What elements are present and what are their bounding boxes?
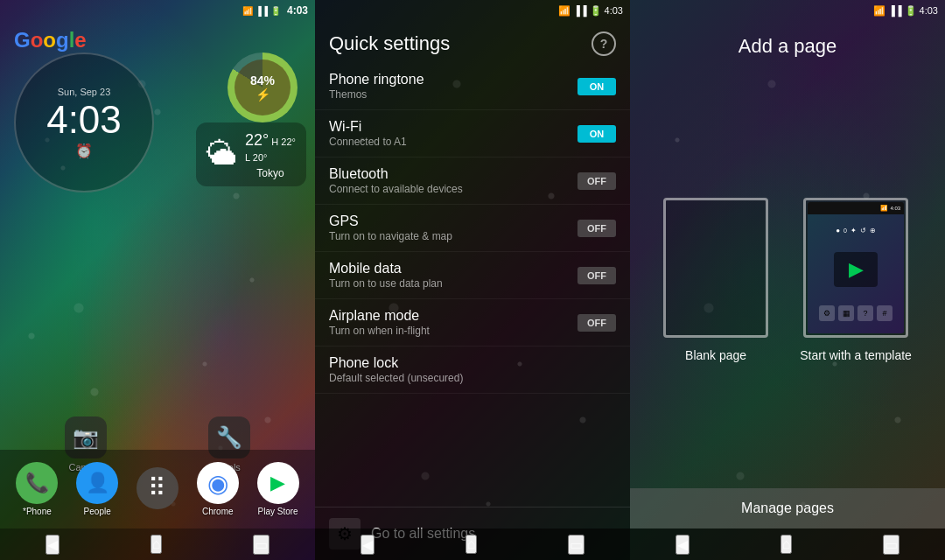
dock-phone[interactable]: 📞 *Phone <box>16 462 58 516</box>
qs-wifi-desc: Connected to A1 <box>329 136 578 148</box>
weather-city: Tokyo <box>245 167 296 179</box>
ap-content: 📶 ▐▐ 🔋 4:03 Add a page Blank page <box>630 0 945 560</box>
qs-gps-toggle[interactable]: OFF <box>578 220 616 237</box>
qs-mobiledata-desc: Turn on to use data plan <box>329 277 578 290</box>
home-button-qs[interactable]: ⌂ <box>466 535 478 554</box>
qs-bluetooth-toggle[interactable]: OFF <box>578 172 616 190</box>
qs-gps-desc: Turn on to navigate & map <box>329 230 578 242</box>
ap-header: Add a page <box>630 21 945 72</box>
qs-title: Quick settings <box>329 32 450 55</box>
nav-bar-panel2: ◀ ⌂ ▭ <box>315 528 630 560</box>
home-button[interactable]: ⌂ <box>150 535 163 554</box>
qs-header: Quick settings ? <box>315 21 630 63</box>
dock-playstore[interactable]: ▶ Play Store <box>257 462 299 516</box>
clock-time: 4:03 <box>46 101 122 139</box>
blank-page-option[interactable]: Blank page <box>663 198 768 362</box>
home-screen-panel: 📶 ▐▐ 🔋 4:03 Google Sun, Sep 23 4:03 ⏰ 84… <box>0 0 315 560</box>
qs-bluetooth-item[interactable]: Bluetooth Connect to available devices O… <box>315 158 630 205</box>
weather-low: L 20° <box>245 152 267 163</box>
template-option[interactable]: 📶4:03 ● 0 ✦ ↺ ⊕ ▶ <box>800 198 912 362</box>
ap-options: Blank page 📶4:03 ● 0 ✦ ↺ <box>630 72 945 488</box>
qs-battery-icon: 🔋 <box>590 5 602 17</box>
mini-icon-2: ▦ <box>838 305 854 321</box>
qs-phonelock-desc: Default selected (unsecured) <box>329 372 616 384</box>
qs-mobiledata-toggle[interactable]: OFF <box>578 267 616 284</box>
signal-icon: ▐▐ <box>256 6 268 16</box>
manage-pages-label: Manage pages <box>741 500 834 515</box>
qs-wifi-item[interactable]: Wi-Fi Connected to A1 ON <box>315 110 630 158</box>
qs-wifi-icon: 📶 <box>558 5 570 17</box>
qs-time: 4:03 <box>605 5 623 16</box>
qs-mobiledata-item[interactable]: Mobile data Turn on to use data plan OFF <box>315 252 630 299</box>
qs-bluetooth-desc: Connect to available devices <box>329 183 578 195</box>
playstore-dock-label: Play Store <box>258 507 298 516</box>
blank-page-label: Blank page <box>685 348 746 362</box>
dock-people[interactable]: 👤 People <box>76 462 118 516</box>
qs-airplane-item[interactable]: Airplane mode Turn on when in-flight OFF <box>315 299 630 346</box>
launcher-icon: ⠿ <box>136 467 178 509</box>
phone-dock-label: *Phone <box>23 507 52 516</box>
mini-app-row: ⚙ ▦ ? # <box>819 305 892 321</box>
nav-bar-panel3: ◀ ⌂ ▭ <box>630 528 945 560</box>
battery-icon: 🔋 <box>270 6 281 16</box>
mini-body: ● 0 ✦ ↺ ⊕ ▶ ⚙ ▦ <box>808 214 904 333</box>
manage-pages-bar[interactable]: Manage pages <box>630 488 945 528</box>
ap-wifi-icon: 📶 <box>873 5 886 17</box>
mini-phone-preview: 📶4:03 ● 0 ✦ ↺ ⊕ ▶ <box>808 202 904 333</box>
home-button-ap[interactable]: ⌂ <box>780 535 793 554</box>
blank-page-box <box>663 198 768 338</box>
ap-time: 4:03 <box>920 5 938 16</box>
phone-dock-icon: 📞 <box>16 462 58 504</box>
weather-cloud-icon: 🌥 <box>206 136 238 172</box>
recents-button-qs[interactable]: ▭ <box>568 535 584 555</box>
dock-chrome[interactable]: ◉ Chrome <box>197 462 239 516</box>
mini-playstore-widget: ▶ <box>834 252 878 287</box>
qs-signal-icon: ▐▐ <box>573 5 587 16</box>
qs-airplane-name: Airplane mode <box>329 308 578 324</box>
google-logo: Google <box>14 28 87 52</box>
qs-phonelock-name: Phone lock <box>329 355 616 371</box>
recents-button[interactable]: ▭ <box>253 535 270 555</box>
status-bar-panel1: 📶 ▐▐ 🔋 4:03 <box>0 0 315 21</box>
qs-content: 📶 ▐▐ 🔋 4:03 Quick settings ? Phone ringt… <box>315 0 630 560</box>
qs-help-label: ? <box>600 37 608 51</box>
template-box: 📶4:03 ● 0 ✦ ↺ ⊕ ▶ <box>803 198 908 338</box>
weather-widget: 🌥 22° H 22° L 20° Tokyo <box>196 122 306 186</box>
chrome-dock-icon: ◉ <box>197 462 239 504</box>
qs-airplane-desc: Turn on when in-flight <box>329 325 578 337</box>
mini-icon-3: ? <box>858 305 873 321</box>
back-button[interactable]: ◀ <box>46 535 60 555</box>
template-label: Start with a template <box>800 348 912 362</box>
status-bar-panel2: 📶 ▐▐ 🔋 4:03 <box>315 0 630 21</box>
qs-phonelock-item[interactable]: Phone lock Default selected (unsecured) <box>315 346 630 394</box>
people-dock-icon: 👤 <box>76 462 118 504</box>
back-button-qs[interactable]: ◀ <box>360 535 374 555</box>
dock: 📞 *Phone 👤 People ⠿ ◉ Chrome ▶ Play Stor… <box>0 450 315 528</box>
ap-battery-icon: 🔋 <box>905 5 917 17</box>
add-page-panel: 📶 ▐▐ 🔋 4:03 Add a page Blank page <box>630 0 945 560</box>
clock-alarm: ⏰ <box>75 143 93 159</box>
qs-ringtone-desc: Themos <box>329 88 578 101</box>
qs-airplane-toggle[interactable]: OFF <box>578 314 616 332</box>
chrome-dock-label: Chrome <box>202 507 234 516</box>
clock-widget: Sun, Sep 23 4:03 ⏰ <box>14 52 154 192</box>
playstore-dock-icon: ▶ <box>257 462 299 504</box>
wifi-icon: 📶 <box>242 6 253 16</box>
status-time: 4:03 <box>287 4 308 17</box>
weather-high: H 22° <box>271 136 296 147</box>
battery-widget: 84% ⚡ <box>228 52 298 122</box>
qs-gps-item[interactable]: GPS Turn on to navigate & map OFF <box>315 205 630 252</box>
ap-title: Add a page <box>738 35 837 57</box>
dock-launcher[interactable]: ⠿ <box>136 467 178 512</box>
qs-mobiledata-name: Mobile data <box>329 261 578 276</box>
qs-ringtone-name: Phone ringtone <box>329 72 578 88</box>
qs-ringtone-toggle[interactable]: ON <box>578 78 616 95</box>
clock-date: Sun, Sep 23 <box>58 87 111 97</box>
recents-button-ap[interactable]: ▭ <box>883 535 900 555</box>
battery-bolt-icon: ⚡ <box>256 88 270 102</box>
back-button-ap[interactable]: ◀ <box>676 535 690 555</box>
mini-icon-1: ⚙ <box>819 305 835 321</box>
qs-wifi-toggle[interactable]: ON <box>578 125 616 143</box>
qs-ringtone-item[interactable]: Phone ringtone Themos ON <box>315 63 630 110</box>
qs-help-button[interactable]: ? <box>592 32 616 56</box>
